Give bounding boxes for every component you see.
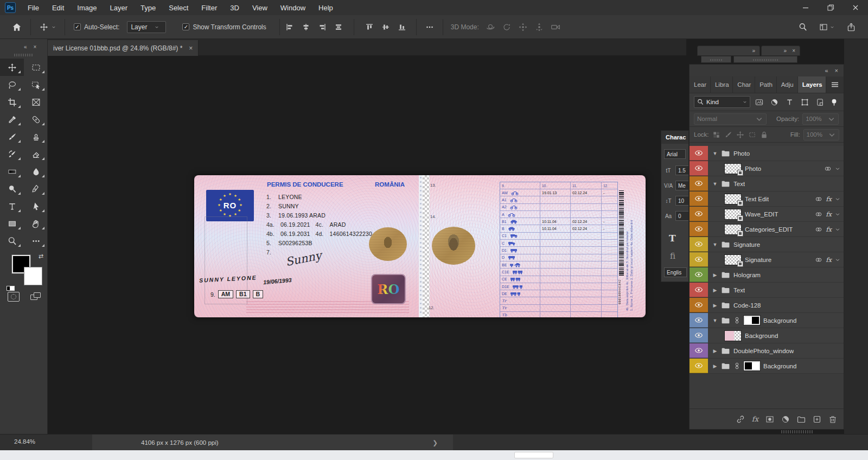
object-selection-tool[interactable]: [24, 76, 48, 93]
layer-row-photo[interactable]: Photo: [690, 161, 844, 176]
menu-3d[interactable]: 3D: [224, 0, 246, 15]
visibility-toggle[interactable]: [690, 328, 708, 343]
type-filter-icon[interactable]: [784, 97, 795, 107]
default-colors-icon[interactable]: [7, 284, 15, 291]
layer-thumbnail[interactable]: [724, 194, 742, 205]
floating-panel-tab-stub-2[interactable]: [733, 56, 797, 63]
gradient-tool[interactable]: [0, 163, 24, 180]
background-color[interactable]: [24, 267, 42, 285]
blend-mode-dropdown[interactable]: Normal: [694, 113, 767, 125]
layer-row-wave-edit[interactable]: Wave_EDITfx: [690, 207, 844, 222]
panel-menu-icon[interactable]: [826, 76, 844, 93]
type-tool[interactable]: [0, 197, 24, 215]
floating-panel-tab-stub-1[interactable]: [701, 56, 731, 63]
menu-image[interactable]: Image: [71, 0, 103, 15]
camera-3d-icon[interactable]: [551, 22, 560, 32]
collapse-panel-button[interactable]: «: [24, 44, 27, 50]
delete-layer-button[interactable]: [828, 415, 837, 424]
new-group-button[interactable]: [797, 415, 806, 424]
eyedropper-tool[interactable]: [0, 111, 24, 128]
pen-tool[interactable]: [24, 180, 48, 197]
distribute-centers-icon[interactable]: [333, 18, 344, 36]
align-left-icon[interactable]: [284, 18, 295, 36]
tab-path[interactable]: Path: [755, 76, 777, 93]
layer-row-hologram[interactable]: ▶Hologram: [690, 267, 844, 283]
zoom-tool[interactable]: [0, 232, 24, 250]
group-chevron-icon[interactable]: ▶: [712, 363, 718, 369]
visibility-toggle[interactable]: [690, 146, 708, 161]
layer-row-text-edit[interactable]: Text Editfx: [690, 191, 844, 207]
lock-transparency-icon[interactable]: [712, 131, 720, 139]
new-layer-button[interactable]: [813, 415, 821, 424]
layer-style-fx-button[interactable]: fx: [752, 415, 758, 423]
effects-chevron-icon[interactable]: [835, 196, 840, 202]
dodge-tool[interactable]: [0, 180, 24, 197]
layer-thumbnail[interactable]: [724, 209, 742, 220]
group-chevron-icon[interactable]: ▼: [712, 151, 718, 156]
screen-mode-button[interactable]: [30, 292, 42, 302]
more-tools[interactable]: [24, 232, 48, 250]
layer-thumbnail[interactable]: [724, 330, 742, 341]
visibility-toggle[interactable]: [690, 343, 708, 358]
workspace-button[interactable]: [815, 18, 839, 36]
layer-row-background[interactable]: ▼Background: [690, 313, 844, 328]
lock-artboard-icon[interactable]: [748, 131, 756, 139]
zoom-level[interactable]: 24.84%: [14, 438, 35, 445]
group-chevron-icon[interactable]: ▶: [712, 303, 718, 308]
new-adjustment-button[interactable]: [781, 415, 790, 424]
tab-char[interactable]: Char: [733, 76, 755, 93]
menu-layer[interactable]: Layer: [104, 0, 135, 15]
document-tab-close-icon[interactable]: ×: [189, 44, 193, 52]
effects-chevron-icon[interactable]: [835, 226, 840, 233]
quick-mask-button[interactable]: [8, 292, 20, 302]
visibility-toggle[interactable]: [690, 359, 708, 373]
smart-object-filter-icon[interactable]: [815, 97, 825, 107]
hand-tool[interactable]: [24, 215, 48, 232]
lock-all-icon[interactable]: [760, 131, 768, 139]
align-top-icon[interactable]: [364, 18, 375, 36]
history-brush-tool[interactable]: [0, 145, 24, 163]
fill-field[interactable]: 100%: [803, 129, 839, 140]
taskbar-pill[interactable]: [514, 452, 553, 458]
filter-toggle-icon[interactable]: [829, 97, 839, 107]
license-document[interactable]: RO★★★★★★★★★★★★ PERMIS DE CONDUCERE ROMÂN…: [194, 175, 646, 317]
effects-chevron-icon[interactable]: [835, 165, 840, 172]
close-panel-button[interactable]: ×: [34, 44, 37, 50]
close-button[interactable]: [843, 0, 868, 15]
layer-fx-icon[interactable]: fx: [826, 226, 832, 233]
move-tool[interactable]: [0, 59, 24, 76]
menu-help[interactable]: Help: [312, 0, 340, 15]
add-mask-button[interactable]: [765, 415, 774, 424]
vertical-scale-field[interactable]: 10: [675, 196, 689, 206]
menu-select[interactable]: Select: [162, 0, 195, 15]
floating-panel-header-1[interactable]: »: [697, 46, 760, 56]
layer-thumbnail[interactable]: [724, 163, 742, 174]
current-tool-icon[interactable]: [35, 18, 60, 36]
font-size-field[interactable]: 1.5: [675, 165, 689, 175]
tab-layers[interactable]: Layers: [798, 76, 826, 93]
layer-row-photo[interactable]: ▼Photo: [690, 146, 844, 161]
layer-row-signature[interactable]: Signaturefx: [690, 252, 844, 267]
language-dropdown[interactable]: Englis: [664, 267, 687, 277]
roll-3d-icon[interactable]: [502, 22, 512, 32]
link-layers-button[interactable]: [736, 415, 745, 424]
faux-bold-icon[interactable]: T: [669, 233, 676, 244]
visibility-toggle[interactable]: [690, 222, 708, 237]
effects-chevron-icon[interactable]: [835, 257, 840, 263]
ligatures-icon[interactable]: fi: [670, 251, 675, 261]
mask-thumbnail[interactable]: [744, 361, 760, 370]
menu-edit[interactable]: Edit: [46, 0, 71, 15]
image-filter-icon[interactable]: [754, 97, 764, 107]
align-center-h-icon[interactable]: [301, 18, 311, 36]
clone-stamp-tool[interactable]: [24, 128, 48, 145]
visibility-toggle[interactable]: [690, 313, 708, 328]
visibility-toggle[interactable]: [690, 283, 708, 297]
group-chevron-icon[interactable]: ▼: [712, 181, 718, 187]
visibility-toggle[interactable]: [690, 161, 708, 176]
share-button[interactable]: [842, 18, 860, 36]
layer-fx-icon[interactable]: fx: [826, 195, 832, 203]
effects-chevron-icon[interactable]: [835, 211, 840, 218]
orbit-3d-icon[interactable]: [486, 22, 495, 32]
menu-view[interactable]: View: [246, 0, 274, 15]
opacity-field[interactable]: 100%: [802, 113, 838, 125]
